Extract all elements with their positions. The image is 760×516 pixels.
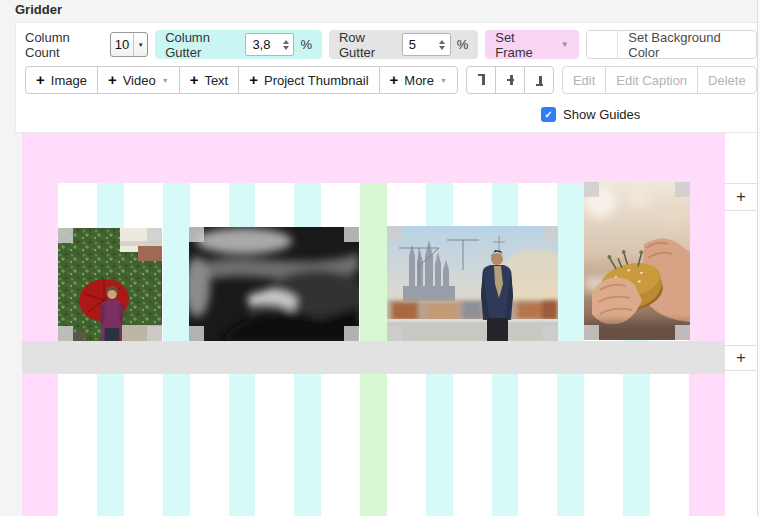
add-video-label: Video	[123, 73, 156, 88]
add-project-thumbnail-button[interactable]: + Project Thumbnail	[238, 66, 379, 94]
vertical-align-middle-button[interactable]	[495, 66, 525, 94]
background-color-swatch[interactable]	[587, 31, 619, 58]
grid-column-guide	[58, 374, 97, 516]
grid-gutter-guide	[360, 374, 387, 516]
resize-handle-tl[interactable]	[189, 227, 204, 242]
vertical-align-button-group	[466, 66, 554, 94]
resize-handle-br[interactable]	[147, 326, 162, 341]
resize-handle-tl[interactable]	[584, 182, 599, 197]
grid-gutter-guide	[557, 183, 584, 341]
grid-column-guide	[650, 374, 689, 516]
set-frame-label: Set Frame	[495, 30, 551, 60]
add-text-label: Text	[204, 73, 228, 88]
grid-image-man-rooftop[interactable]	[387, 226, 558, 341]
add-more-button[interactable]: + More ▼	[379, 66, 458, 94]
add-image-label: Image	[51, 73, 87, 88]
delete-label: Delete	[708, 73, 746, 88]
vertical-align-bottom-button[interactable]	[524, 66, 554, 94]
vertical-align-bottom-icon	[535, 73, 543, 87]
add-text-button[interactable]: + Text	[179, 66, 240, 94]
grid-gutter-guide	[163, 183, 190, 341]
column-gutter-field[interactable]	[246, 37, 280, 52]
grid-column-guide	[255, 374, 294, 516]
grid-column-guide	[387, 374, 426, 516]
resize-handle-tr[interactable]	[147, 228, 162, 243]
stepper-up-icon[interactable]	[439, 40, 445, 44]
column-count-label: Column Count	[25, 30, 103, 60]
column-gutter-group: Column Gutter %	[155, 30, 322, 59]
photo-hands-burger	[584, 182, 690, 340]
resize-handle-tl[interactable]	[387, 226, 402, 241]
photo-man-rooftop	[387, 226, 558, 341]
resize-handle-bl[interactable]	[58, 326, 73, 341]
row-gutter-label: Row Gutter	[339, 30, 396, 60]
row-gutter-field[interactable]	[403, 37, 437, 52]
stepper-down-icon[interactable]	[283, 46, 289, 50]
grid-gutter-guide	[163, 374, 190, 516]
grid-row-2-guides	[22, 374, 725, 516]
resize-handle-bl[interactable]	[584, 325, 599, 340]
grid-image-hands-burger[interactable]	[584, 182, 690, 340]
grid-gutter-guide	[97, 374, 124, 516]
grid-column-guide	[124, 374, 163, 516]
plus-icon: +	[190, 72, 199, 87]
toolbar: Column Count 10 ▼ Column Gutter % Row Gu…	[15, 22, 757, 133]
grid-gutter-guide	[426, 374, 453, 516]
row-gutter-group: Row Gutter %	[329, 30, 478, 59]
resize-handle-tr[interactable]	[543, 226, 558, 241]
add-content-button-group: + Image + Video ▼ + Text + Project Thumb…	[25, 66, 458, 94]
resize-handle-br[interactable]	[675, 325, 690, 340]
photo-woman-red-umbrella	[58, 228, 162, 341]
toolbar-row-grid-settings: Column Count 10 ▼ Column Gutter % Row Gu…	[25, 30, 757, 59]
add-image-button[interactable]: + Image	[25, 66, 98, 94]
set-frame-button[interactable]: Set Frame ▼	[485, 30, 578, 59]
plus-icon: +	[390, 72, 399, 87]
stepper-down-icon[interactable]	[439, 46, 445, 50]
resize-handle-tl[interactable]	[58, 228, 73, 243]
plus-icon: +	[736, 187, 746, 207]
chevron-down-icon: ▼	[133, 33, 147, 56]
check-icon: ✓	[544, 109, 552, 120]
canvas[interactable]	[22, 133, 725, 516]
row-gutter-strip[interactable]	[22, 341, 725, 374]
chevron-down-icon: ▼	[162, 77, 169, 84]
row-gutter-input[interactable]	[402, 33, 451, 56]
page-title: Gridder	[15, 2, 62, 17]
edit-caption-button[interactable]: Edit Caption	[605, 66, 698, 94]
column-gutter-label: Column Gutter	[165, 30, 239, 60]
resize-handle-br[interactable]	[543, 326, 558, 341]
grid-column-guide	[518, 374, 557, 516]
grid-gutter-guide	[623, 374, 650, 516]
resize-handle-br[interactable]	[344, 326, 359, 341]
column-gutter-stepper[interactable]	[280, 34, 291, 55]
column-gutter-input[interactable]	[245, 33, 294, 56]
edit-button[interactable]: Edit	[562, 66, 606, 94]
grid-gutter-guide	[360, 183, 387, 341]
plus-icon: +	[108, 72, 117, 87]
stepper-up-icon[interactable]	[283, 40, 289, 44]
plus-icon: +	[736, 348, 746, 368]
delete-button[interactable]: Delete	[697, 66, 757, 94]
grid-image-car-interior[interactable]	[189, 227, 359, 341]
column-count-select[interactable]: 10 ▼	[110, 32, 148, 57]
vertical-align-top-button[interactable]	[466, 66, 496, 94]
add-row-button-1[interactable]: +	[725, 183, 757, 211]
chevron-down-icon: ▼	[561, 40, 569, 49]
add-more-label: More	[404, 73, 434, 88]
resize-handle-tr[interactable]	[344, 227, 359, 242]
add-row-button-2[interactable]: +	[725, 345, 757, 371]
resize-handle-bl[interactable]	[387, 326, 402, 341]
add-video-button[interactable]: + Video ▼	[97, 66, 180, 94]
resize-handle-bl[interactable]	[189, 326, 204, 341]
edit-label: Edit	[573, 73, 595, 88]
row-gutter-stepper[interactable]	[437, 34, 448, 55]
set-background-color-button[interactable]: Set Background Color	[586, 30, 757, 59]
show-guides-control: ✓ Show Guides	[541, 107, 640, 122]
edit-button-group: Edit Edit Caption Delete	[562, 66, 757, 94]
canvas-right-rail: + +	[725, 133, 757, 516]
grid-image-woman-red-umbrella[interactable]	[58, 228, 162, 341]
grid-column-guide	[321, 374, 360, 516]
show-guides-checkbox[interactable]: ✓	[541, 107, 556, 122]
grid-column-guide	[190, 374, 229, 516]
resize-handle-tr[interactable]	[675, 182, 690, 197]
